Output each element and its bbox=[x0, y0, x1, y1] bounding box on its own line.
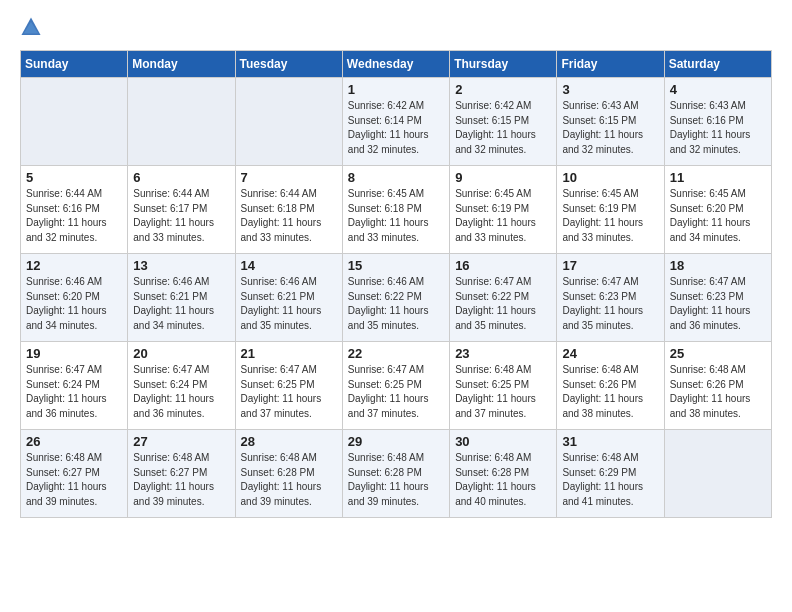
day-number: 4 bbox=[670, 82, 766, 97]
weekday-header: Friday bbox=[557, 51, 664, 78]
calendar-cell: 21Sunrise: 6:47 AM Sunset: 6:25 PM Dayli… bbox=[235, 342, 342, 430]
day-number: 14 bbox=[241, 258, 337, 273]
day-number: 21 bbox=[241, 346, 337, 361]
day-number: 13 bbox=[133, 258, 229, 273]
day-number: 30 bbox=[455, 434, 551, 449]
calendar-cell bbox=[21, 78, 128, 166]
day-info: Sunrise: 6:48 AM Sunset: 6:27 PM Dayligh… bbox=[133, 451, 229, 509]
calendar-cell: 1Sunrise: 6:42 AM Sunset: 6:14 PM Daylig… bbox=[342, 78, 449, 166]
day-number: 22 bbox=[348, 346, 444, 361]
calendar-table: SundayMondayTuesdayWednesdayThursdayFrid… bbox=[20, 50, 772, 518]
logo-icon bbox=[20, 16, 42, 38]
calendar-cell: 5Sunrise: 6:44 AM Sunset: 6:16 PM Daylig… bbox=[21, 166, 128, 254]
day-number: 31 bbox=[562, 434, 658, 449]
day-info: Sunrise: 6:42 AM Sunset: 6:14 PM Dayligh… bbox=[348, 99, 444, 157]
day-number: 1 bbox=[348, 82, 444, 97]
calendar-cell: 12Sunrise: 6:46 AM Sunset: 6:20 PM Dayli… bbox=[21, 254, 128, 342]
day-info: Sunrise: 6:47 AM Sunset: 6:22 PM Dayligh… bbox=[455, 275, 551, 333]
day-number: 10 bbox=[562, 170, 658, 185]
day-number: 15 bbox=[348, 258, 444, 273]
page: SundayMondayTuesdayWednesdayThursdayFrid… bbox=[0, 0, 792, 612]
calendar-cell: 27Sunrise: 6:48 AM Sunset: 6:27 PM Dayli… bbox=[128, 430, 235, 518]
calendar-cell: 19Sunrise: 6:47 AM Sunset: 6:24 PM Dayli… bbox=[21, 342, 128, 430]
weekday-header: Saturday bbox=[664, 51, 771, 78]
calendar-cell: 29Sunrise: 6:48 AM Sunset: 6:28 PM Dayli… bbox=[342, 430, 449, 518]
calendar-cell: 24Sunrise: 6:48 AM Sunset: 6:26 PM Dayli… bbox=[557, 342, 664, 430]
calendar-cell: 20Sunrise: 6:47 AM Sunset: 6:24 PM Dayli… bbox=[128, 342, 235, 430]
day-number: 18 bbox=[670, 258, 766, 273]
day-info: Sunrise: 6:42 AM Sunset: 6:15 PM Dayligh… bbox=[455, 99, 551, 157]
logo bbox=[20, 16, 48, 38]
weekday-header-row: SundayMondayTuesdayWednesdayThursdayFrid… bbox=[21, 51, 772, 78]
calendar-cell: 17Sunrise: 6:47 AM Sunset: 6:23 PM Dayli… bbox=[557, 254, 664, 342]
calendar-cell: 10Sunrise: 6:45 AM Sunset: 6:19 PM Dayli… bbox=[557, 166, 664, 254]
calendar-cell: 2Sunrise: 6:42 AM Sunset: 6:15 PM Daylig… bbox=[450, 78, 557, 166]
day-number: 12 bbox=[26, 258, 122, 273]
calendar-cell: 16Sunrise: 6:47 AM Sunset: 6:22 PM Dayli… bbox=[450, 254, 557, 342]
weekday-header: Monday bbox=[128, 51, 235, 78]
day-info: Sunrise: 6:48 AM Sunset: 6:25 PM Dayligh… bbox=[455, 363, 551, 421]
day-number: 29 bbox=[348, 434, 444, 449]
day-number: 26 bbox=[26, 434, 122, 449]
day-info: Sunrise: 6:45 AM Sunset: 6:20 PM Dayligh… bbox=[670, 187, 766, 245]
calendar-cell: 3Sunrise: 6:43 AM Sunset: 6:15 PM Daylig… bbox=[557, 78, 664, 166]
day-info: Sunrise: 6:46 AM Sunset: 6:20 PM Dayligh… bbox=[26, 275, 122, 333]
day-number: 28 bbox=[241, 434, 337, 449]
day-info: Sunrise: 6:44 AM Sunset: 6:17 PM Dayligh… bbox=[133, 187, 229, 245]
day-info: Sunrise: 6:48 AM Sunset: 6:26 PM Dayligh… bbox=[670, 363, 766, 421]
calendar-cell: 23Sunrise: 6:48 AM Sunset: 6:25 PM Dayli… bbox=[450, 342, 557, 430]
calendar-cell: 6Sunrise: 6:44 AM Sunset: 6:17 PM Daylig… bbox=[128, 166, 235, 254]
day-number: 5 bbox=[26, 170, 122, 185]
calendar-cell: 28Sunrise: 6:48 AM Sunset: 6:28 PM Dayli… bbox=[235, 430, 342, 518]
day-number: 7 bbox=[241, 170, 337, 185]
header bbox=[20, 16, 772, 38]
day-info: Sunrise: 6:47 AM Sunset: 6:23 PM Dayligh… bbox=[562, 275, 658, 333]
calendar-cell: 14Sunrise: 6:46 AM Sunset: 6:21 PM Dayli… bbox=[235, 254, 342, 342]
day-info: Sunrise: 6:47 AM Sunset: 6:25 PM Dayligh… bbox=[241, 363, 337, 421]
day-info: Sunrise: 6:48 AM Sunset: 6:27 PM Dayligh… bbox=[26, 451, 122, 509]
day-info: Sunrise: 6:46 AM Sunset: 6:22 PM Dayligh… bbox=[348, 275, 444, 333]
calendar-week-row: 19Sunrise: 6:47 AM Sunset: 6:24 PM Dayli… bbox=[21, 342, 772, 430]
day-number: 24 bbox=[562, 346, 658, 361]
calendar-cell: 15Sunrise: 6:46 AM Sunset: 6:22 PM Dayli… bbox=[342, 254, 449, 342]
calendar-cell: 18Sunrise: 6:47 AM Sunset: 6:23 PM Dayli… bbox=[664, 254, 771, 342]
day-number: 23 bbox=[455, 346, 551, 361]
calendar-week-row: 5Sunrise: 6:44 AM Sunset: 6:16 PM Daylig… bbox=[21, 166, 772, 254]
day-info: Sunrise: 6:44 AM Sunset: 6:18 PM Dayligh… bbox=[241, 187, 337, 245]
calendar-week-row: 12Sunrise: 6:46 AM Sunset: 6:20 PM Dayli… bbox=[21, 254, 772, 342]
day-number: 3 bbox=[562, 82, 658, 97]
day-number: 16 bbox=[455, 258, 551, 273]
calendar-cell: 13Sunrise: 6:46 AM Sunset: 6:21 PM Dayli… bbox=[128, 254, 235, 342]
day-number: 19 bbox=[26, 346, 122, 361]
day-info: Sunrise: 6:48 AM Sunset: 6:28 PM Dayligh… bbox=[455, 451, 551, 509]
day-info: Sunrise: 6:48 AM Sunset: 6:28 PM Dayligh… bbox=[241, 451, 337, 509]
calendar-cell: 22Sunrise: 6:47 AM Sunset: 6:25 PM Dayli… bbox=[342, 342, 449, 430]
weekday-header: Tuesday bbox=[235, 51, 342, 78]
calendar-cell bbox=[664, 430, 771, 518]
day-info: Sunrise: 6:47 AM Sunset: 6:25 PM Dayligh… bbox=[348, 363, 444, 421]
calendar-cell: 4Sunrise: 6:43 AM Sunset: 6:16 PM Daylig… bbox=[664, 78, 771, 166]
day-info: Sunrise: 6:45 AM Sunset: 6:18 PM Dayligh… bbox=[348, 187, 444, 245]
weekday-header: Thursday bbox=[450, 51, 557, 78]
calendar-week-row: 26Sunrise: 6:48 AM Sunset: 6:27 PM Dayli… bbox=[21, 430, 772, 518]
calendar-cell: 25Sunrise: 6:48 AM Sunset: 6:26 PM Dayli… bbox=[664, 342, 771, 430]
day-number: 8 bbox=[348, 170, 444, 185]
day-info: Sunrise: 6:47 AM Sunset: 6:24 PM Dayligh… bbox=[26, 363, 122, 421]
day-number: 27 bbox=[133, 434, 229, 449]
day-info: Sunrise: 6:48 AM Sunset: 6:29 PM Dayligh… bbox=[562, 451, 658, 509]
calendar-cell bbox=[128, 78, 235, 166]
weekday-header: Sunday bbox=[21, 51, 128, 78]
day-info: Sunrise: 6:46 AM Sunset: 6:21 PM Dayligh… bbox=[133, 275, 229, 333]
day-number: 6 bbox=[133, 170, 229, 185]
calendar-cell: 7Sunrise: 6:44 AM Sunset: 6:18 PM Daylig… bbox=[235, 166, 342, 254]
weekday-header: Wednesday bbox=[342, 51, 449, 78]
day-info: Sunrise: 6:46 AM Sunset: 6:21 PM Dayligh… bbox=[241, 275, 337, 333]
calendar-cell: 30Sunrise: 6:48 AM Sunset: 6:28 PM Dayli… bbox=[450, 430, 557, 518]
calendar-cell: 9Sunrise: 6:45 AM Sunset: 6:19 PM Daylig… bbox=[450, 166, 557, 254]
day-info: Sunrise: 6:45 AM Sunset: 6:19 PM Dayligh… bbox=[562, 187, 658, 245]
day-info: Sunrise: 6:47 AM Sunset: 6:24 PM Dayligh… bbox=[133, 363, 229, 421]
calendar-week-row: 1Sunrise: 6:42 AM Sunset: 6:14 PM Daylig… bbox=[21, 78, 772, 166]
day-number: 17 bbox=[562, 258, 658, 273]
calendar-cell: 11Sunrise: 6:45 AM Sunset: 6:20 PM Dayli… bbox=[664, 166, 771, 254]
day-number: 20 bbox=[133, 346, 229, 361]
